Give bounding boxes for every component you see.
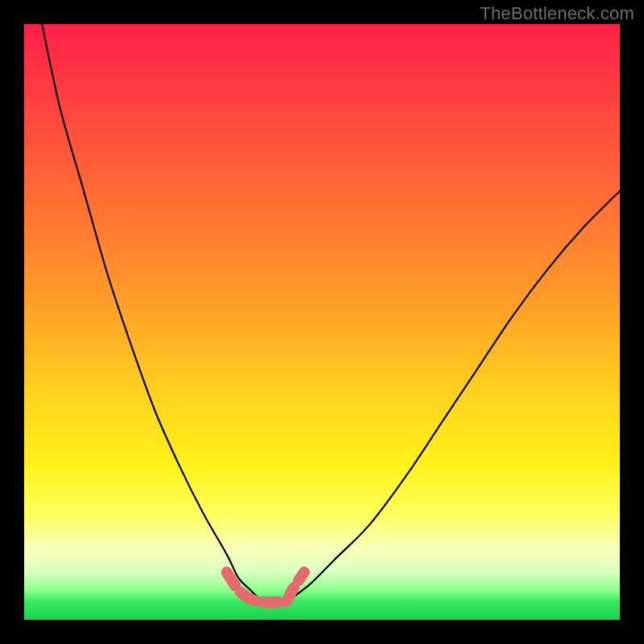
curve-right-branch: [287, 191, 620, 602]
curve-left-branch: [42, 24, 262, 602]
chart-area: [24, 24, 620, 620]
chart-svg: [24, 24, 620, 620]
watermark-label: TheBottleneck.com: [480, 3, 634, 24]
app-frame: TheBottleneck.com: [0, 0, 644, 644]
